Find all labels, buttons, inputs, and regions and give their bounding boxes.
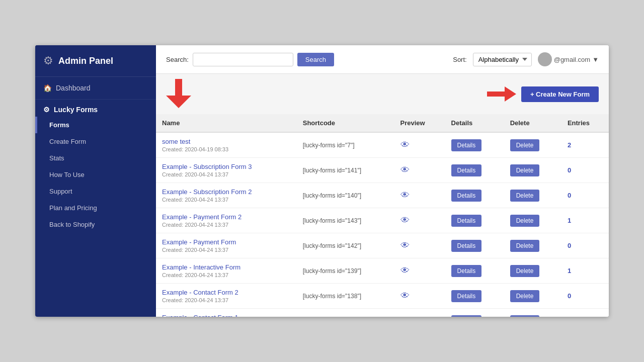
avatar bbox=[538, 52, 552, 66]
forms-table-container: Name Shortcode Preview Details Delete En… bbox=[156, 114, 609, 317]
cell-shortcode: [lucky-forms id="138"] bbox=[297, 284, 394, 309]
form-name-link[interactable]: Example - Payment Form bbox=[162, 238, 236, 246]
details-button[interactable]: Details bbox=[451, 215, 482, 227]
cell-preview: 👁 bbox=[394, 132, 445, 158]
shortcode-text: [lucky-forms id="139"] bbox=[303, 267, 361, 275]
form-name-link[interactable]: Example - Interactive Form bbox=[162, 263, 240, 271]
search-button[interactable]: Search bbox=[297, 53, 334, 66]
sort-select[interactable]: Alphabetically By Date By Entries bbox=[473, 53, 532, 66]
toolbar: Search: Search Sort: Alphabetically By D… bbox=[156, 45, 609, 74]
cell-delete: Delete bbox=[504, 183, 561, 208]
form-name-link[interactable]: Example - Subscription Form 2 bbox=[162, 188, 252, 196]
cell-name: Example - Subscription Form 2Created: 20… bbox=[156, 183, 297, 208]
sidebar-item-create-form[interactable]: Create Form bbox=[35, 133, 156, 150]
delete-button[interactable]: Delete bbox=[510, 240, 540, 252]
cell-delete: Delete bbox=[504, 208, 561, 233]
shortcode-text: [lucky-forms id="140"] bbox=[303, 192, 361, 199]
table-row: Example - Payment FormCreated: 2020-04-2… bbox=[156, 233, 609, 258]
entries-count: 0 bbox=[568, 242, 571, 249]
shortcode-text: [lucky-forms id="7"] bbox=[303, 142, 355, 149]
shortcode-text: [lucky-forms id="142"] bbox=[303, 242, 361, 249]
cell-shortcode: [lucky-forms id="137"] bbox=[297, 309, 394, 317]
details-button[interactable]: Details bbox=[451, 139, 482, 151]
form-name-link[interactable]: Example - Payment Form 2 bbox=[162, 213, 242, 221]
user-email: @gmail.com bbox=[554, 56, 590, 63]
cell-preview: 👁 bbox=[394, 183, 445, 208]
preview-eye-icon[interactable]: 👁 bbox=[400, 265, 410, 276]
preview-eye-icon[interactable]: 👁 bbox=[400, 190, 410, 200]
shortcode-text: [lucky-forms id="143"] bbox=[303, 217, 361, 224]
created-date: Created: 2020-04-24 13:37 bbox=[162, 247, 291, 253]
down-arrow-icon bbox=[166, 79, 191, 109]
preview-eye-icon[interactable]: 👁 bbox=[400, 140, 410, 150]
col-name: Name bbox=[156, 114, 297, 132]
table-body: some testCreated: 2020-04-19 08:33[lucky… bbox=[156, 132, 609, 317]
cell-details: Details bbox=[445, 309, 504, 317]
sidebar-item-stats[interactable]: Stats bbox=[35, 150, 156, 166]
sidebar-item-how-to-use[interactable]: How To Use bbox=[35, 166, 156, 183]
col-delete: Delete bbox=[504, 114, 561, 132]
preview-eye-icon[interactable]: 👁 bbox=[400, 240, 410, 250]
sidebar-item-plan-and-pricing[interactable]: Plan and Pricing bbox=[35, 200, 156, 216]
preview-eye-icon[interactable]: 👁 bbox=[400, 165, 410, 175]
entries-count: 1 bbox=[568, 217, 571, 224]
form-name-link[interactable]: Example - Contact Form 2 bbox=[162, 289, 238, 296]
form-name-link[interactable]: Example - Contact Form 1 bbox=[162, 314, 238, 317]
details-button[interactable]: Details bbox=[451, 164, 482, 176]
cell-details: Details bbox=[445, 208, 504, 233]
created-date: Created: 2020-04-24 13:37 bbox=[162, 272, 291, 278]
sidebar-item-stats-label: Stats bbox=[49, 154, 64, 162]
cell-entries: 0 bbox=[561, 183, 609, 208]
details-button[interactable]: Details bbox=[451, 290, 482, 302]
create-new-form-button[interactable]: + Create New Form bbox=[521, 86, 599, 102]
table-row: Example - Contact Form 2Created: 2020-04… bbox=[156, 284, 609, 309]
cell-name: Example - Subscription Form 3Created: 20… bbox=[156, 158, 297, 183]
sidebar-title: Admin Panel bbox=[58, 56, 113, 66]
details-button[interactable]: Details bbox=[451, 315, 482, 317]
sidebar-item-back-shopify-label: Back to Shopify bbox=[49, 221, 95, 228]
created-date: Created: 2020-04-24 13:37 bbox=[162, 171, 291, 177]
cell-name: Example - Payment Form 2Created: 2020-04… bbox=[156, 208, 297, 233]
cell-details: Details bbox=[445, 284, 504, 309]
cell-name: Example - Contact Form 1Created: 2020-04… bbox=[156, 309, 297, 317]
cell-details: Details bbox=[445, 258, 504, 284]
col-shortcode: Shortcode bbox=[297, 114, 394, 132]
sidebar: ⚙ Admin Panel 🏠 Dashboard ⚙ Lucky Forms … bbox=[35, 45, 156, 317]
delete-button[interactable]: Delete bbox=[510, 315, 540, 317]
cell-entries: 0 bbox=[561, 233, 609, 258]
search-label: Search: bbox=[166, 56, 189, 63]
delete-button[interactable]: Delete bbox=[510, 290, 540, 302]
preview-eye-icon[interactable]: 👁 bbox=[400, 316, 410, 317]
cell-shortcode: [lucky-forms id="139"] bbox=[297, 258, 394, 284]
sidebar-item-dashboard[interactable]: 🏠 Dashboard bbox=[35, 77, 156, 100]
created-date: Created: 2020-04-24 13:37 bbox=[162, 197, 291, 203]
entries-count: 2 bbox=[568, 141, 571, 149]
cell-details: Details bbox=[445, 132, 504, 158]
created-date: Created: 2020-04-19 08:33 bbox=[162, 146, 291, 152]
delete-button[interactable]: Delete bbox=[510, 215, 540, 227]
cell-delete: Delete bbox=[504, 233, 561, 258]
svg-marker-1 bbox=[166, 96, 191, 108]
dashboard-label: Dashboard bbox=[56, 84, 91, 92]
delete-button[interactable]: Delete bbox=[510, 139, 540, 151]
sidebar-item-back-to-shopify[interactable]: Back to Shopify bbox=[35, 216, 156, 233]
sidebar-item-forms-label: Forms bbox=[49, 121, 69, 129]
cell-shortcode: [lucky-forms id="141"] bbox=[297, 158, 394, 183]
entries-count: 0 bbox=[568, 192, 571, 199]
cell-entries: 0 bbox=[561, 158, 609, 183]
delete-button[interactable]: Delete bbox=[510, 265, 540, 277]
details-button[interactable]: Details bbox=[451, 265, 482, 277]
preview-eye-icon[interactable]: 👁 bbox=[400, 291, 410, 301]
sidebar-item-support[interactable]: Support bbox=[35, 183, 156, 200]
sidebar-item-forms[interactable]: Forms bbox=[35, 117, 156, 133]
search-input[interactable] bbox=[193, 53, 293, 66]
form-name-link[interactable]: some test bbox=[162, 138, 190, 145]
details-button[interactable]: Details bbox=[451, 190, 482, 202]
delete-button[interactable]: Delete bbox=[510, 164, 540, 176]
preview-eye-icon[interactable]: 👁 bbox=[400, 215, 410, 225]
details-button[interactable]: Details bbox=[451, 240, 482, 252]
gear-icon: ⚙ bbox=[43, 54, 53, 67]
sidebar-item-how-to-use-label: How To Use bbox=[49, 171, 85, 178]
delete-button[interactable]: Delete bbox=[510, 190, 540, 202]
form-name-link[interactable]: Example - Subscription Form 3 bbox=[162, 163, 252, 170]
